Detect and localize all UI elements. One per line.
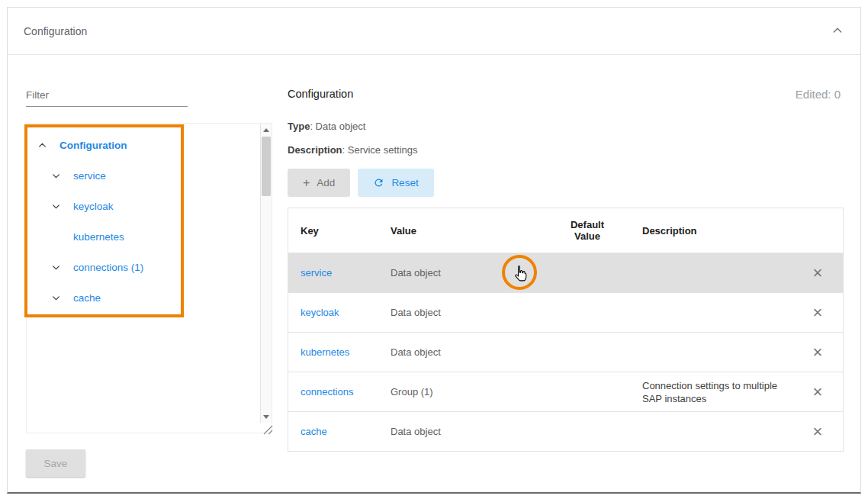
column-header-key: Key [288, 219, 378, 243]
config-tree: Configuration service keycloak kubernete… [26, 123, 272, 433]
key-link[interactable]: connections [288, 380, 378, 404]
column-header-actions [792, 224, 843, 237]
key-link[interactable]: keycloak [288, 301, 378, 324]
add-button-label: Add [317, 177, 335, 188]
table-row-keycloak[interactable]: keycloak Data object × [288, 292, 843, 332]
default-value-cell [545, 307, 630, 319]
key-link[interactable]: cache [288, 420, 378, 443]
scroll-down-icon[interactable] [261, 411, 272, 422]
delete-row-icon[interactable]: × [792, 304, 843, 321]
delete-row-icon[interactable]: × [792, 265, 843, 282]
tree-item-label: keycloak [73, 201, 114, 212]
delete-row-icon[interactable]: × [792, 344, 843, 361]
chevron-down-icon[interactable] [51, 292, 62, 303]
type-value: : Data object [310, 121, 365, 132]
tree-item-label: cache [73, 292, 101, 304]
description-cell: Connection settings to multiple SAP inst… [630, 373, 792, 411]
tree-item-connections[interactable]: connections (1) [27, 252, 272, 282]
value-cell: Data object [378, 420, 545, 443]
delete-row-icon[interactable]: × [792, 384, 843, 401]
scroll-up-icon[interactable] [261, 124, 272, 135]
save-button[interactable]: Save [26, 449, 85, 477]
table-row-cache[interactable]: cache Data object × [288, 411, 843, 451]
default-value-cell [545, 267, 630, 279]
reset-button[interactable]: Reset [358, 169, 433, 197]
panel-header: Configuration [8, 8, 860, 55]
tree-item-keycloak[interactable]: keycloak [27, 191, 272, 221]
add-button[interactable]: + Add [288, 169, 350, 197]
chevron-down-icon[interactable] [51, 170, 62, 181]
plus-icon: + [303, 176, 310, 190]
tree-item-configuration[interactable]: Configuration [27, 130, 272, 160]
table-row-connections[interactable]: connections Group (1) Connection setting… [288, 372, 843, 411]
key-link[interactable]: service [288, 261, 378, 285]
type-line: Type: Data object [288, 121, 365, 132]
collapse-panel-icon[interactable] [831, 24, 844, 37]
panel-title: Configuration [24, 25, 87, 37]
value-cell: Data object [378, 301, 545, 324]
column-header-default-value: Default Value [545, 213, 630, 248]
tree-item-label: Configuration [59, 140, 127, 151]
description-cell [630, 267, 792, 279]
config-table: Key Value Default Value Description serv… [288, 208, 844, 452]
table-row-service[interactable]: service Data object × [288, 253, 843, 292]
column-header-description: Description [630, 219, 792, 243]
filter-input[interactable] [26, 84, 188, 107]
chevron-up-icon[interactable] [37, 140, 48, 150]
default-value-cell [545, 426, 630, 438]
details-title: Configuration [288, 88, 353, 100]
value-cell: Data object [378, 340, 545, 364]
chevron-down-icon[interactable] [51, 262, 62, 272]
edited-count: Edited: 0 [796, 88, 841, 101]
description-value: : Service settings [342, 144, 418, 156]
tree-item-label: kubernetes [73, 231, 124, 243]
tree-item-service[interactable]: service [27, 160, 272, 191]
table-row-kubernetes[interactable]: kubernetes Data object × [288, 332, 843, 372]
value-cell: Data object [378, 261, 545, 285]
refresh-icon [373, 177, 384, 188]
description-label: Description [288, 144, 342, 156]
toolbar: + Add Reset [288, 169, 434, 197]
configuration-panel: Configuration Configuration service [7, 7, 861, 494]
screen: Configuration Configuration service [0, 0, 868, 499]
table-header-row: Key Value Default Value Description [288, 208, 843, 253]
chevron-down-icon[interactable] [51, 201, 62, 211]
default-value-cell [545, 386, 630, 398]
delete-row-icon[interactable]: × [792, 423, 843, 440]
key-link[interactable]: kubernetes [288, 340, 378, 364]
resize-handle-icon[interactable] [262, 424, 273, 435]
type-label: Type [288, 121, 310, 132]
reset-button-label: Reset [391, 177, 418, 188]
value-cell: Group (1) [378, 380, 545, 404]
tree-item-kubernetes[interactable]: kubernetes [27, 221, 272, 252]
tree-item-label: service [73, 170, 106, 182]
default-value-cell [545, 346, 630, 359]
description-cell [630, 307, 792, 319]
tree-item-cache[interactable]: cache [27, 282, 272, 313]
description-cell [630, 426, 792, 438]
column-header-value: Value [378, 219, 545, 243]
scrollbar-thumb[interactable] [262, 137, 271, 196]
description-line: Description: Service settings [288, 144, 418, 156]
tree-item-label: connections (1) [73, 262, 143, 273]
description-cell [630, 346, 792, 359]
tree-scrollbar[interactable] [260, 124, 272, 423]
